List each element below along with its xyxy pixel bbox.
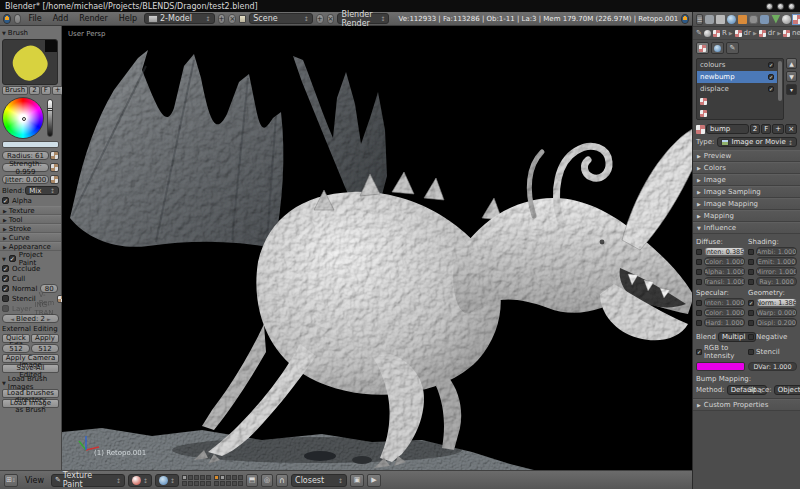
diffuse-color-checkbox[interactable]: ✓ <box>696 259 702 265</box>
value-slider[interactable] <box>47 99 53 137</box>
constraints-tab-icon[interactable] <box>749 15 758 24</box>
diffuse-translucency-slider[interactable]: Transl: 1.000 <box>704 277 745 286</box>
new-texture-button[interactable]: + <box>772 124 784 134</box>
unlink-texture-button[interactable]: × <box>785 124 797 134</box>
rgb-to-intensity-color-swatch[interactable] <box>696 362 745 371</box>
brush-fake-user-button[interactable]: F <box>41 86 51 95</box>
shading-ray-slider[interactable]: Ray: 1.000 <box>756 277 797 286</box>
apply-camera-image-button[interactable]: Apply Camera Image <box>2 354 59 363</box>
screen-layout-dropdown[interactable]: 2-Model ↕ <box>144 13 215 24</box>
material-tab-icon[interactable] <box>782 15 791 24</box>
editor-collapse-dot[interactable] <box>14 14 22 24</box>
resolution-y-field[interactable]: 512 <box>31 344 59 353</box>
texture-name-field[interactable]: bump <box>706 124 749 134</box>
geometry-normal-slider[interactable]: Norm: 1.386 <box>756 298 797 307</box>
diffuse-translucency-checkbox[interactable]: ✓ <box>696 279 702 285</box>
geometry-normal-checkbox[interactable]: ✓ <box>748 300 754 306</box>
jitter-pressure-icon[interactable] <box>50 175 59 184</box>
diffuse-intensity-checkbox[interactable]: ✓ <box>696 249 702 255</box>
mapping-panel-header[interactable]: ▶Mapping <box>693 210 800 222</box>
rgb-to-intensity-checkbox[interactable]: ✓ <box>696 349 702 355</box>
texture-tab-icon[interactable] <box>793 15 800 24</box>
snap-magnet-icon[interactable]: ∩ <box>276 474 288 487</box>
scene-tab-icon[interactable] <box>716 15 725 24</box>
texture-slot-row-empty[interactable] <box>697 107 777 119</box>
geometry-warp-checkbox[interactable]: ✓ <box>748 310 754 316</box>
brush-datablock-button[interactable]: Brush <box>2 86 28 95</box>
color-wheel[interactable] <box>2 97 44 139</box>
image-mapping-panel-header[interactable]: ▶Image Mapping <box>693 198 800 210</box>
modifiers-tab-icon[interactable] <box>760 15 769 24</box>
specular-color-slider[interactable]: Color: 1.000 <box>704 308 745 317</box>
normal-checkbox[interactable]: ✓ <box>2 285 9 292</box>
render-engine-dropdown[interactable]: Blender Render ↕ <box>337 13 389 24</box>
occlude-checkbox[interactable]: ✓ <box>2 265 9 272</box>
texture-type-dropdown[interactable]: Image or Movie ↕ <box>717 137 797 147</box>
geometry-displace-slider[interactable]: Displ: 0.200 <box>756 318 797 327</box>
blender-logo-icon[interactable] <box>3 14 11 24</box>
editor-type-dropdown[interactable]: ☰ <box>696 14 703 25</box>
world-tab-icon[interactable] <box>727 15 736 24</box>
object-data-tab-icon[interactable] <box>771 15 780 24</box>
stencil-checkbox[interactable]: ✓ <box>2 295 9 302</box>
image-sampling-panel-header[interactable]: ▶Image Sampling <box>693 186 800 198</box>
shading-ambient-slider[interactable]: Ambi: 1.000 <box>756 247 797 256</box>
texture-slot-checkbox[interactable]: ✓ <box>768 62 774 68</box>
snap-target-dropdown[interactable]: Closest ↕ <box>291 474 347 487</box>
shading-emit-checkbox[interactable]: ✓ <box>748 259 754 265</box>
strength-slider[interactable]: Strength: 0.959 <box>2 163 49 172</box>
custom-properties-panel-header[interactable]: ▶Custom Properties <box>693 399 800 411</box>
active-color-swatch[interactable] <box>2 141 59 148</box>
world-textures-context-button[interactable] <box>711 42 724 54</box>
shading-ray-checkbox[interactable]: ✓ <box>748 279 754 285</box>
scene-dropdown[interactable]: Scene ↕ <box>249 13 312 24</box>
menu-help[interactable]: Help <box>115 14 141 23</box>
dvar-slider[interactable]: DVar: 1.000 <box>748 362 797 371</box>
opengl-render-anim-button[interactable]: ▶ <box>367 474 381 487</box>
3d-viewport[interactable]: User Persp (1) Retopo.001 <box>62 26 692 470</box>
blend-mode-dropdown[interactable]: Mix ↕ <box>25 186 59 195</box>
specular-intensity-checkbox[interactable]: ✓ <box>696 300 702 306</box>
save-all-edited-button[interactable]: Save All Edited <box>2 364 59 373</box>
add-layout-button[interactable]: + <box>218 14 226 24</box>
remove-scene-button[interactable]: × <box>327 14 335 24</box>
list-scrollbar[interactable] <box>778 61 782 101</box>
radius-pressure-icon[interactable] <box>50 151 59 160</box>
specular-intensity-slider[interactable]: Inten: 1.000 <box>704 298 745 307</box>
menu-render[interactable]: Render <box>75 14 111 23</box>
texture-slot-row[interactable]: displace ✓ <box>697 83 777 95</box>
resolution-x-field[interactable]: 512 <box>2 344 30 353</box>
load-brush-images-panel-header[interactable]: ▼ Load Brush Images <box>2 378 59 388</box>
texture-users-button[interactable]: 2 <box>750 124 760 134</box>
negative-checkbox[interactable]: ✓ <box>748 334 754 340</box>
editor-type-dropdown[interactable]: ⊞↕ <box>4 474 18 487</box>
texture-slot-row-empty[interactable] <box>697 95 777 107</box>
diffuse-color-slider[interactable]: Color: 1.000 <box>704 257 745 266</box>
pin-icon[interactable]: ✎ <box>696 29 702 37</box>
layer-group-left[interactable] <box>182 475 211 486</box>
material-textures-context-button[interactable] <box>696 42 709 54</box>
tool-panel-header[interactable]: ▶Tool <box>0 215 61 224</box>
layer-group-right[interactable] <box>214 475 243 486</box>
shading-mirror-slider[interactable]: Mirror: 1.000 <box>756 267 797 276</box>
shading-emit-slider[interactable]: Emit: 1.000 <box>756 257 797 266</box>
texture-slot-row[interactable]: colours ✓ <box>697 59 777 71</box>
cull-checkbox[interactable]: ✓ <box>2 275 9 282</box>
opengl-render-still-button[interactable]: ▣ <box>350 474 364 487</box>
texture-panel-header[interactable]: ▶Texture <box>0 206 61 215</box>
brush-textures-context-button[interactable]: ✎ <box>726 42 739 54</box>
stroke-panel-header[interactable]: ▶Stroke <box>0 224 61 233</box>
influence-panel-header[interactable]: ▼Influence <box>693 222 800 234</box>
maximize-button[interactable] <box>777 3 784 10</box>
move-slot-up-button[interactable]: ▲ <box>786 58 797 69</box>
pivot-point-dropdown[interactable]: ↕ <box>155 474 179 487</box>
colors-panel-header[interactable]: ▶Colors <box>693 162 800 174</box>
brush-panel-header[interactable]: ▼ Brush <box>2 28 59 38</box>
load-image-as-brush-button[interactable]: Load Image as Brush <box>2 399 59 408</box>
image-panel-header[interactable]: ▶Image <box>693 174 800 186</box>
curve-panel-header[interactable]: ▶Curve <box>0 233 61 242</box>
mode-dropdown[interactable]: ✎ Texture Paint ↕ <box>51 474 125 487</box>
layer-checkbox[interactable]: ✓ <box>2 305 9 312</box>
slot-specials-dropdown[interactable]: ▾ <box>786 84 797 95</box>
jitter-slider[interactable]: Jitter: 0.000 <box>2 175 49 184</box>
